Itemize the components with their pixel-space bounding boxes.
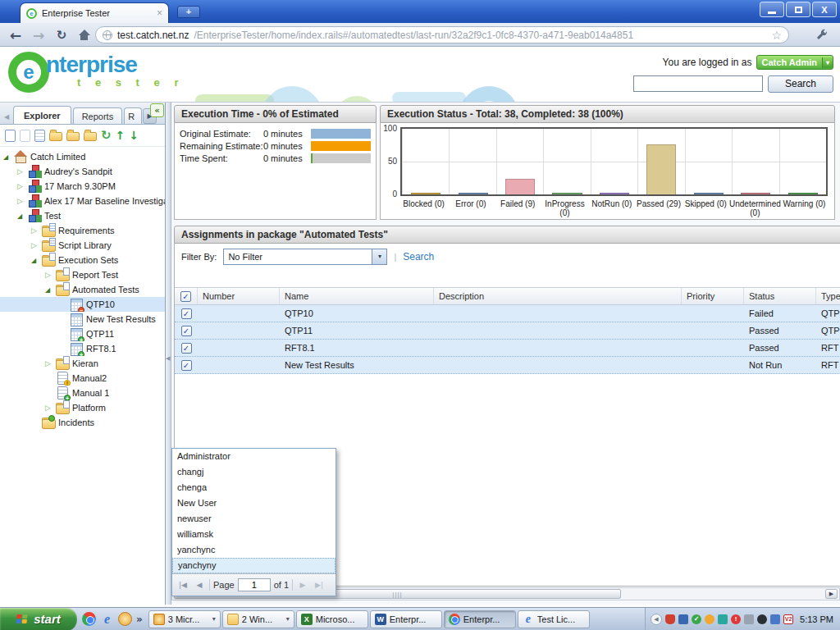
move-down-icon[interactable]: ↓ [129, 129, 139, 142]
expander-icon[interactable]: ▷ [17, 167, 28, 176]
tree-item-new-test-results[interactable]: New Test Results [0, 312, 165, 326]
list-item[interactable]: williamsk [172, 527, 336, 542]
expander-icon[interactable]: ▷ [17, 182, 28, 190]
display-icon[interactable] [770, 614, 780, 624]
tree-item-alex-baseline[interactable]: ▷ Alex 17 Mar Baseline Investiga [0, 194, 165, 208]
expander-icon[interactable]: ▷ [45, 359, 56, 368]
col-priority[interactable]: Priority [682, 288, 744, 304]
start-button[interactable]: start [0, 608, 77, 630]
tree-item-qtp11[interactable]: + QTP11 [0, 326, 165, 341]
back-button[interactable]: ← [5, 25, 26, 44]
expander-icon[interactable]: ▷ [45, 271, 56, 279]
expander-icon[interactable]: ◢ [45, 286, 56, 294]
tree-item-manual1[interactable]: + Manual 1 [0, 386, 165, 400]
tree-item-incidents[interactable]: Incidents [0, 415, 165, 430]
list-item[interactable]: changj [172, 464, 336, 480]
tree-item-script-library[interactable]: ▷ Script Library [0, 238, 165, 253]
wrench-menu-icon[interactable] [816, 29, 829, 44]
global-search-input[interactable] [633, 75, 763, 92]
page-last-icon[interactable]: ▶| [313, 581, 326, 589]
tab-resources[interactable]: R [124, 107, 142, 124]
sidebar-collapse-button[interactable]: « [150, 103, 164, 117]
tree-item-manual2[interactable]: ! Manual2 [0, 371, 165, 386]
quick-launch-more-icon[interactable]: » [136, 614, 143, 625]
taskbar-button-ie[interactable]: e Test Lic... [518, 610, 590, 628]
tree-item-requirements[interactable]: ▷ Requirements [0, 223, 165, 238]
v2-agent-icon[interactable]: V2 [783, 614, 793, 624]
new-document-icon[interactable] [5, 130, 16, 142]
taskbar-button-word[interactable]: W Enterpr... [370, 610, 442, 628]
address-bar[interactable]: test.catch.net.nz /EnterpriseTester/home… [95, 26, 789, 43]
minimize-button[interactable] [760, 2, 784, 17]
tab-close-icon[interactable]: × [157, 8, 162, 18]
splitter-collapse-icon[interactable]: ◀ [166, 355, 170, 362]
move-up-icon[interactable]: ↑ [116, 129, 126, 142]
refresh-tree-icon[interactable]: ↻ [101, 128, 112, 143]
expander-icon[interactable]: ◢ [17, 212, 28, 220]
outlook-tray-icon[interactable] [705, 614, 714, 624]
row-checkbox[interactable]: ✓ [181, 360, 192, 371]
expander-icon[interactable]: ▷ [31, 226, 42, 235]
new-tab-button[interactable]: + [177, 6, 200, 18]
col-name[interactable]: Name [280, 288, 434, 304]
table-row[interactable]: ✓ New Test Results Not Run RFT [175, 357, 840, 374]
page-prev-icon[interactable]: ◀ [193, 581, 206, 589]
folder-move-icon[interactable] [84, 132, 97, 141]
list-item-selected[interactable]: yanchyny [172, 558, 336, 573]
sync-icon[interactable] [718, 614, 728, 624]
taskbar-button-outlook-group[interactable]: 3 Micr... ▾ [148, 610, 221, 628]
col-status[interactable]: Status [744, 288, 816, 304]
expander-icon[interactable]: ▷ [17, 197, 28, 205]
security-shield-icon[interactable] [665, 614, 675, 624]
chevron-down-icon[interactable]: ▾ [822, 57, 833, 68]
document-lines-icon[interactable] [34, 130, 45, 142]
tree-item-catch-limited[interactable]: ◢ Catch Limited [0, 149, 165, 164]
tree-item-automated-tests[interactable]: ◢ Automated Tests [0, 282, 165, 297]
col-description[interactable]: Description [434, 288, 682, 304]
taskbar-button-excel[interactable]: X Microso... [296, 610, 368, 628]
list-item[interactable]: yanchync [172, 542, 336, 558]
list-item[interactable]: Administrator [172, 449, 336, 464]
network-icon[interactable] [678, 614, 688, 624]
page-number-input[interactable] [238, 578, 271, 591]
table-row[interactable]: ✓ RFT8.1 Passed RFT [175, 340, 840, 357]
global-search-button[interactable]: Search [768, 75, 833, 93]
alert-icon[interactable]: ! [731, 614, 741, 624]
refresh-button[interactable]: ↻ [51, 25, 72, 44]
forward-button[interactable]: → [28, 25, 49, 44]
expander-icon[interactable]: ◢ [31, 257, 42, 264]
list-item[interactable]: newuser [172, 511, 336, 527]
chevron-down-icon[interactable]: ▾ [372, 249, 386, 264]
list-item[interactable]: chenga [172, 480, 336, 495]
tree-item-platform[interactable]: ▷ Platform [0, 400, 165, 415]
tree-item-rft81[interactable]: + RFT8.1 [0, 341, 165, 356]
taskbar-button-chrome-active[interactable]: Enterpr... [444, 610, 516, 628]
sidebar-splitter[interactable]: ◀ [166, 103, 171, 605]
tab-explorer[interactable]: Explorer [13, 106, 71, 124]
volume-icon[interactable] [744, 614, 754, 624]
select-all-checkbox[interactable]: ✓ [180, 291, 191, 302]
col-type[interactable]: Type [816, 288, 840, 304]
expander-icon[interactable]: ◢ [3, 153, 14, 161]
row-checkbox[interactable]: ✓ [181, 308, 192, 319]
tree-item-test[interactable]: ◢ Test [0, 208, 165, 223]
ie-icon[interactable]: e [100, 612, 114, 626]
col-number[interactable]: Number [198, 288, 280, 304]
restore-button[interactable] [786, 2, 810, 17]
power-icon[interactable] [757, 614, 767, 624]
status-check-icon[interactable]: ✓ [692, 614, 701, 624]
scroll-right-arrow[interactable]: ▶ [825, 589, 838, 599]
page-next-icon[interactable]: ▶ [296, 581, 309, 589]
browser-tab[interactable]: e Enterprise Tester × [20, 2, 169, 23]
user-menu-button[interactable]: Catch Admin ▾ [756, 55, 833, 70]
tree-item-17-march[interactable]: ▷ 17 March 9.30PM [0, 179, 165, 194]
bookmark-star-icon[interactable]: ☆ [771, 29, 782, 42]
tab-scroll-left-icon[interactable]: ◀ [2, 109, 11, 124]
tree-item-kieran[interactable]: ▷ Kieran [0, 356, 165, 371]
table-row[interactable]: ✓ QTP10 Failed QTP [175, 305, 840, 322]
tab-reports[interactable]: Reports [73, 107, 123, 124]
expander-icon[interactable]: ▷ [45, 404, 56, 412]
list-item[interactable]: New User [172, 495, 336, 511]
tree-item-qtp10[interactable]: − QTP10 [0, 297, 165, 312]
tree-item-audreys-sandpit[interactable]: ▷ Audrey's Sandpit [0, 164, 165, 179]
